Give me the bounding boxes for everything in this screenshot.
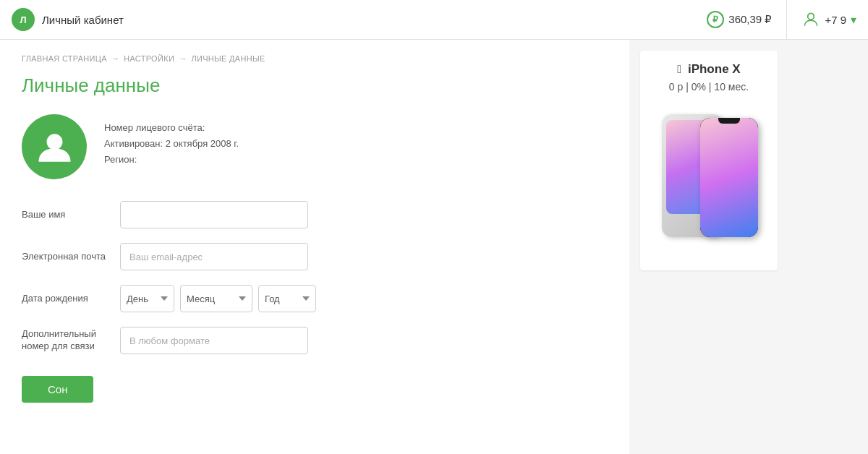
balance-value: 360,39 ₽ xyxy=(728,13,772,26)
sidebar-ad:  iPhone X 0 р | 0% | 10 мес. xyxy=(629,40,788,454)
activation-date: Активирован: 2 октября 2008 г. xyxy=(104,136,239,152)
month-select[interactable]: Месяц xyxy=(180,285,252,312)
header-title: Личный кабинет xyxy=(42,14,124,26)
header-divider xyxy=(786,0,787,40)
day-select[interactable]: День xyxy=(120,285,174,312)
svg-point-1 xyxy=(46,134,62,150)
content-area: ГЛАВНАЯ СТРАНИЦА → НАСТРОЙКИ → ЛИЧНЫЕ ДА… xyxy=(0,40,629,454)
svg-point-0 xyxy=(808,13,814,20)
avatar xyxy=(22,114,87,179)
avatar-icon xyxy=(35,127,75,167)
profile-info: Номер лицевого счёта: Активирован: 2 окт… xyxy=(104,114,239,168)
phone-number: +7 9 xyxy=(825,14,846,26)
account-number: Номер лицевого счёта: xyxy=(104,120,239,136)
birth-row: Дата рождения День Месяц Год xyxy=(22,285,608,312)
form-section: Ваше имя Электронная почта Дата рождения… xyxy=(22,201,608,403)
user-icon xyxy=(801,10,820,29)
page-title: Личные данные xyxy=(22,74,608,97)
year-select[interactable]: Год xyxy=(258,285,316,312)
user-area[interactable]: +7 9 ▾ xyxy=(801,10,856,29)
balance-icon: ₽ xyxy=(707,11,724,28)
header-right: ₽ 360,39 ₽ +7 9 ▾ xyxy=(707,0,856,40)
header: Л Личный кабинет ₽ 360,39 ₽ +7 9 ▾ xyxy=(0,0,868,40)
breadcrumb-arrow-1: → xyxy=(111,54,119,63)
phone-front-mockup xyxy=(700,118,758,237)
ad-title:  iPhone X xyxy=(649,62,769,77)
email-input[interactable] xyxy=(120,243,308,270)
breadcrumb: ГЛАВНАЯ СТРАНИЦА → НАСТРОЙКИ → ЛИЧНЫЕ ДА… xyxy=(22,54,608,63)
phone-front-screen xyxy=(700,118,758,237)
name-row: Ваше имя xyxy=(22,201,608,228)
profile-section: Номер лицевого счёта: Активирован: 2 окт… xyxy=(22,114,608,179)
breadcrumb-settings: НАСТРОЙКИ xyxy=(124,54,174,63)
submit-button[interactable]: Сон xyxy=(22,376,93,403)
header-left: Л Личный кабинет xyxy=(12,8,124,31)
main-layout: ГЛАВНАЯ СТРАНИЦА → НАСТРОЙКИ → ЛИЧНЫЕ ДА… xyxy=(0,40,868,454)
ad-pricing: 0 р | 0% | 10 мес. xyxy=(649,81,769,93)
email-row: Электронная почта xyxy=(22,243,608,270)
logo-icon[interactable]: Л xyxy=(12,8,35,31)
phone-input[interactable] xyxy=(120,327,308,354)
ad-panel:  iPhone X 0 р | 0% | 10 мес. xyxy=(640,51,778,270)
breadcrumb-arrow-2: → xyxy=(179,54,187,63)
name-input[interactable] xyxy=(120,201,308,228)
apple-logo-icon:  xyxy=(677,63,681,75)
phone-notch xyxy=(718,118,740,124)
balance-area: ₽ 360,39 ₽ xyxy=(707,11,772,28)
chevron-down-icon: ▾ xyxy=(851,13,856,27)
region: Регион: xyxy=(104,152,239,168)
breadcrumb-home: ГЛАВНАЯ СТРАНИЦА xyxy=(22,54,107,63)
ad-phones xyxy=(649,100,769,259)
ad-product: iPhone X xyxy=(688,62,741,76)
phone-label: Дополнительный номер для связи xyxy=(22,328,109,353)
birth-label: Дата рождения xyxy=(22,293,109,305)
date-dropdowns: День Месяц Год xyxy=(120,285,316,312)
phone-row: Дополнительный номер для связи xyxy=(22,327,608,354)
name-label: Ваше имя xyxy=(22,209,109,221)
breadcrumb-current: ЛИЧНЫЕ ДАННЫЕ xyxy=(191,54,265,63)
email-label: Электронная почта xyxy=(22,251,109,263)
